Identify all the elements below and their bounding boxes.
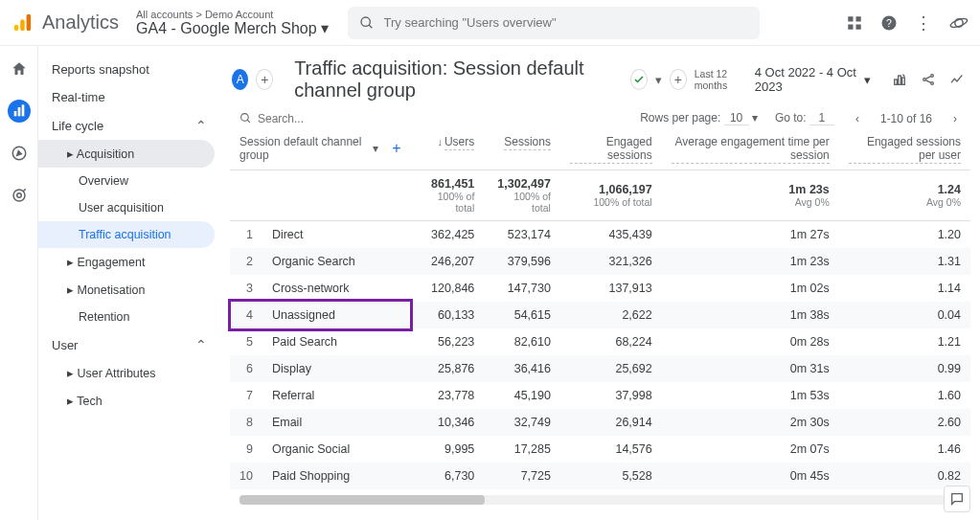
sidebar-item-tech[interactable]: ▸ Tech — [38, 387, 220, 415]
caret-down-icon: ▾ — [864, 73, 871, 87]
chevron-up-icon: ⌃ — [195, 337, 207, 352]
sidebar-item-snapshot[interactable]: Reports snapshot — [38, 56, 220, 83]
svg-rect-20 — [899, 76, 901, 84]
feedback-button[interactable] — [944, 486, 970, 512]
data-table: Session default channel group ▾ + ↓Users… — [230, 129, 970, 489]
dimension-cell: Unassigned — [262, 302, 411, 328]
sidebar-item-user-attributes[interactable]: ▸ User Attributes — [38, 359, 220, 387]
add-filter-button[interactable]: + — [670, 69, 687, 90]
sidebar-item-acquisition[interactable]: ▸ Acquisition — [38, 140, 215, 168]
svg-rect-2 — [27, 13, 32, 30]
col-sessions[interactable]: Sessions — [484, 129, 560, 170]
svg-line-4 — [369, 25, 372, 28]
report-actions — [892, 72, 965, 87]
sidebar-group-user[interactable]: User⌃ — [38, 330, 220, 359]
caret-down-icon[interactable]: ▾ — [655, 73, 662, 87]
table-row[interactable]: 2 Organic Search 246,207 379,596 321,326… — [230, 248, 970, 275]
global-search-input[interactable] — [384, 15, 748, 30]
date-range-picker[interactable]: Last 12 months 4 Oct 2022 - 4 Oct 2023 ▾ — [695, 65, 871, 94]
sidebar-item-monetisation[interactable]: ▸ Monetisation — [38, 276, 220, 304]
analytics-logo-icon — [11, 12, 33, 34]
table-row[interactable]: 4 Unassigned 60,133 54,615 2,622 1m 38s … — [230, 302, 970, 328]
prev-page-button[interactable]: ‹ — [852, 112, 863, 125]
help-icon[interactable]: ? — [880, 14, 898, 32]
sidebar-item-user-acquisition[interactable]: User acquisition — [38, 194, 220, 221]
caret-down-icon[interactable]: ▾ — [752, 111, 758, 124]
data-table-wrap: Session default channel group ▾ + ↓Users… — [220, 129, 980, 520]
svg-rect-6 — [856, 16, 861, 21]
svg-point-25 — [241, 114, 249, 122]
svg-line-26 — [247, 120, 250, 123]
horizontal-scrollbar[interactable] — [239, 495, 961, 505]
more-icon[interactable]: ⋮ — [915, 12, 932, 34]
dimension-cell: Referral — [262, 382, 411, 409]
sidebar-item-traffic-acquisition[interactable]: Traffic acquisition — [38, 221, 215, 248]
goto-label: Go to: — [775, 111, 807, 124]
svg-rect-1 — [20, 19, 25, 31]
svg-point-23 — [931, 75, 934, 78]
sort-down-icon: ↓ — [437, 136, 443, 147]
sidebar-item-realtime[interactable]: Real-time — [38, 83, 220, 111]
property-picker[interactable]: All accounts > Demo Account GA4 - Google… — [136, 9, 329, 37]
col-users[interactable]: ↓Users — [411, 129, 485, 170]
caret-down-icon: ▾ — [321, 20, 329, 37]
svg-rect-8 — [856, 24, 861, 29]
svg-point-22 — [923, 79, 926, 81]
dimension-cell: Organic Search — [262, 248, 411, 275]
advertising-icon[interactable] — [8, 184, 31, 207]
caret-down-icon[interactable]: ▾ — [373, 142, 378, 155]
sidebar-item-engagement[interactable]: ▸ Engagement — [38, 248, 220, 276]
saturn-icon[interactable] — [949, 13, 969, 33]
dimension-header[interactable]: Session default channel group ▾ + — [230, 129, 411, 170]
table-search-input[interactable] — [258, 112, 401, 125]
home-icon[interactable] — [8, 57, 31, 80]
insights-icon[interactable] — [949, 72, 965, 87]
chevron-up-icon: ⌃ — [195, 118, 207, 133]
dimension-cell: Email — [262, 409, 411, 436]
table-row[interactable]: 5 Paid Search 56,223 82,610 68,224 0m 28… — [230, 328, 970, 355]
add-comparison-button[interactable]: + — [256, 69, 273, 90]
reports-icon[interactable] — [8, 100, 31, 123]
table-search[interactable] — [239, 112, 431, 125]
table-row[interactable]: 10 Paid Shopping 6,730 7,725 5,528 0m 45… — [230, 463, 970, 489]
dimension-cell: Direct — [262, 221, 411, 249]
svg-rect-5 — [848, 16, 853, 21]
global-search[interactable] — [348, 7, 760, 39]
svg-rect-15 — [21, 104, 24, 116]
top-bar: Analytics All accounts > Demo Account GA… — [0, 0, 980, 46]
apps-icon[interactable] — [846, 14, 863, 32]
table-row[interactable]: 1 Direct 362,425 523,174 435,439 1m 27s … — [230, 221, 970, 249]
sidebar-item-retention[interactable]: Retention — [38, 304, 220, 330]
page-range: 1-10 of 16 — [880, 112, 932, 125]
sidebar-item-overview[interactable]: Overview — [38, 168, 220, 194]
report-header: A + Traffic acquisition: Session default… — [220, 52, 980, 109]
search-icon — [239, 112, 252, 124]
status-check-icon[interactable] — [630, 69, 648, 90]
property-name: GA4 - Google Merch Shop — [136, 20, 317, 37]
goto-value[interactable]: 1 — [809, 111, 834, 125]
add-dimension-button[interactable]: + — [392, 140, 400, 157]
next-page-button[interactable]: › — [949, 112, 961, 125]
table-row[interactable]: 6 Display 25,876 36,416 25,692 0m 31s 0.… — [230, 355, 970, 382]
svg-point-24 — [931, 82, 934, 85]
share-icon[interactable] — [921, 72, 936, 87]
explore-icon[interactable] — [8, 142, 31, 165]
date-range-value: 4 Oct 2022 - 4 Oct 2023 — [755, 65, 856, 94]
table-row[interactable]: 7 Referral 23,778 45,190 37,998 1m 53s 1… — [230, 382, 970, 409]
col-avg-engagement[interactable]: Average engagement time per session — [662, 129, 839, 170]
table-row[interactable]: 9 Organic Social 9,995 17,285 14,576 2m … — [230, 436, 970, 463]
col-engaged-per-user[interactable]: Engaged sessions per user — [839, 129, 970, 170]
dimension-cell: Organic Social — [262, 436, 411, 463]
table-row[interactable]: 8 Email 10,346 32,749 26,914 2m 30s 2.60 — [230, 409, 970, 436]
dimension-cell: Paid Search — [262, 328, 411, 355]
sidebar-group-lifecycle[interactable]: Life cycle⌃ — [38, 111, 220, 140]
svg-point-18 — [16, 193, 21, 198]
segment-badge[interactable]: A — [232, 69, 248, 90]
rows-per-page-value[interactable]: 10 — [724, 111, 749, 125]
dimension-cell: Paid Shopping — [262, 463, 411, 489]
edit-icon[interactable] — [892, 72, 907, 87]
table-row[interactable]: 3 Cross-network 120,846 147,730 137,913 … — [230, 275, 970, 302]
svg-rect-14 — [17, 107, 20, 116]
col-engaged-sessions[interactable]: Engaged sessions — [560, 129, 662, 170]
topbar-actions: ? ⋮ — [846, 12, 969, 34]
